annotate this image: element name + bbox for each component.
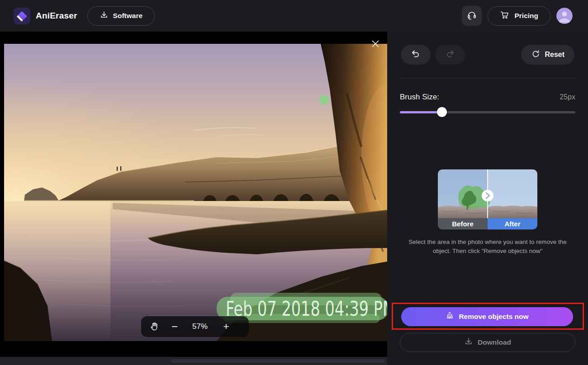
download-button[interactable]: Download <box>400 333 575 352</box>
header: AniEraser Software <box>0 0 588 32</box>
timestamp-watermark: Feb 07 2018 04:39 PM <box>226 297 387 321</box>
zoom-level: 57% <box>188 322 212 331</box>
avatar[interactable] <box>556 8 573 24</box>
instruction-line-1: Select the area in the photo where you w… <box>395 238 580 247</box>
brand-name: AniEraser <box>36 11 77 21</box>
software-button[interactable]: Software <box>87 6 155 26</box>
pricing-button[interactable]: Pricing <box>488 6 550 26</box>
compare-labels: Before After <box>438 218 537 229</box>
slider-fill <box>400 111 442 113</box>
brush-icon <box>446 312 454 322</box>
cart-icon <box>500 10 510 22</box>
brush-cursor-dot <box>319 95 329 105</box>
brush-size-slider[interactable] <box>400 107 575 117</box>
anieraser-logo-icon[interactable] <box>14 8 30 24</box>
before-label: Before <box>438 218 488 229</box>
undo-arrow-icon <box>410 49 421 61</box>
brand: AniEraser <box>14 8 77 24</box>
remove-objects-label: Remove objects now <box>459 313 528 321</box>
anieraser-app: AniEraser Software <box>0 0 588 365</box>
divider <box>400 78 575 79</box>
reset-button[interactable]: Reset <box>521 45 574 65</box>
pricing-label: Pricing <box>514 12 538 20</box>
close-icon <box>370 44 381 51</box>
brush-size-row: Brush Size: 25px <box>400 93 575 102</box>
software-label: Software <box>113 12 142 20</box>
headset-icon <box>466 10 477 22</box>
undo-button[interactable] <box>401 45 431 65</box>
zoom-in-button[interactable]: + <box>222 321 231 332</box>
zoom-controls: − 57% + <box>141 316 249 337</box>
photo-people <box>117 167 118 171</box>
brush-size-value: 25px <box>560 93 575 101</box>
brush-size-label: Brush Size: <box>400 93 439 102</box>
support-button[interactable] <box>462 6 482 26</box>
scrollbar-thumb[interactable] <box>171 359 384 363</box>
after-label: After <box>488 218 537 229</box>
reset-label: Reset <box>545 51 564 59</box>
hand-tool-button[interactable] <box>149 321 160 332</box>
download-icon <box>100 10 109 21</box>
instruction-text: Select the area in the photo where you w… <box>395 238 580 255</box>
download-icon <box>464 337 473 348</box>
zoom-out-button[interactable]: − <box>170 320 179 333</box>
header-right: Pricing <box>462 6 573 26</box>
editor-canvas-area: Feb 07 2018 04:39 PM − 57% <box>0 32 387 365</box>
compare-slider-handle <box>482 190 493 201</box>
instruction-line-2: object. Then click "Remove objects now" <box>395 247 580 256</box>
download-label: Download <box>478 338 511 346</box>
redo-button[interactable] <box>435 45 465 65</box>
side-panel: Reset Brush Size: 25px <box>387 32 588 365</box>
remove-objects-button[interactable]: Remove objects now <box>401 307 573 326</box>
horizontal-scrollbar[interactable] <box>0 357 387 365</box>
redo-arrow-icon <box>445 49 455 61</box>
before-after-preview[interactable]: Before After <box>438 169 537 229</box>
refresh-icon <box>531 49 541 61</box>
photo-canvas[interactable]: Feb 07 2018 04:39 PM <box>4 44 387 341</box>
slider-thumb[interactable] <box>437 107 447 117</box>
close-button[interactable] <box>370 38 381 49</box>
